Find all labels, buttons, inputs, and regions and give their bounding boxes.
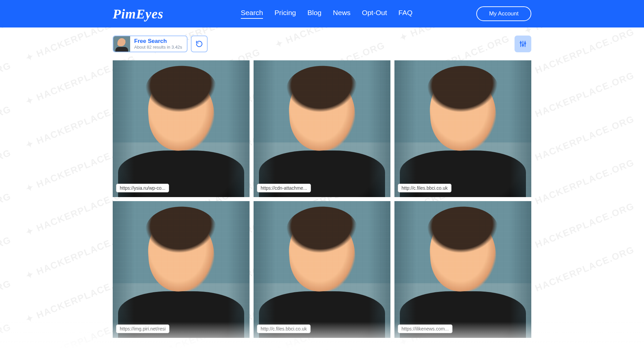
search-chip-subtitle: About 82 results in 3.42s	[134, 45, 182, 50]
result-image	[254, 60, 390, 197]
result-card[interactable]: https://cdn-attachme...	[254, 60, 390, 197]
results-grid: https://ysia.ru/wp-co... https://cdn-att…	[113, 60, 531, 338]
result-url-pill[interactable]: https://img.piri.net/resi	[116, 324, 169, 333]
svg-point-4	[522, 45, 524, 46]
result-card[interactable]: https://img.piri.net/resi	[113, 201, 250, 338]
nav-links: SearchPricingBlogNewsOpt-OutFAQ	[241, 9, 413, 19]
nav-link-search[interactable]: Search	[241, 9, 263, 19]
result-image	[113, 60, 250, 197]
content: Free Search About 82 results in 3.42s	[113, 27, 531, 357]
result-image	[113, 201, 250, 338]
result-url-pill[interactable]: https://ysia.ru/wp-co...	[116, 184, 169, 192]
my-account-button[interactable]: My Account	[476, 6, 531, 21]
reload-button[interactable]	[191, 36, 208, 52]
nav-link-blog[interactable]: Blog	[308, 9, 322, 19]
search-chip[interactable]: Free Search About 82 results in 3.42s	[113, 36, 187, 52]
bottom-prompt-text: Check result below to find desired match…	[252, 348, 392, 357]
result-image	[394, 60, 531, 197]
nav-link-news[interactable]: News	[333, 9, 351, 19]
search-chip-thumbnail	[113, 36, 130, 52]
result-url-pill[interactable]: https://ilikenews.com...	[398, 324, 452, 333]
reload-icon	[196, 40, 203, 48]
result-url-pill[interactable]: https://cdn-attachme...	[257, 184, 311, 192]
result-url-pill[interactable]: http://c.files.bbci.co.uk	[398, 184, 451, 192]
svg-point-3	[520, 42, 522, 44]
result-image	[254, 201, 390, 338]
chevron-down-icon	[398, 348, 405, 357]
result-card[interactable]: http://c.files.bbci.co.uk	[394, 60, 531, 197]
search-chip-title: Free Search	[134, 38, 182, 45]
navbar: PimEyes SearchPricingBlogNewsOpt-OutFAQ …	[0, 0, 644, 27]
brand-logo[interactable]: PimEyes	[113, 6, 163, 22]
nav-link-optout[interactable]: Opt-Out	[362, 9, 387, 19]
brand-text: PimEyes	[113, 6, 163, 22]
result-card[interactable]: http://c.files.bbci.co.uk	[254, 201, 390, 338]
toolbar: Free Search About 82 results in 3.42s	[113, 36, 531, 52]
svg-point-5	[525, 43, 526, 44]
chevron-down-icon	[239, 348, 246, 357]
sliders-icon	[519, 40, 527, 48]
result-card[interactable]: https://ysia.ru/wp-co...	[113, 60, 250, 197]
bottom-prompt: Check result below to find desired match…	[113, 348, 531, 357]
nav-link-faq[interactable]: FAQ	[398, 9, 413, 19]
result-image	[394, 201, 531, 338]
filter-button[interactable]	[515, 36, 531, 52]
nav-link-pricing[interactable]: Pricing	[274, 9, 296, 19]
result-url-pill[interactable]: http://c.files.bbci.co.uk	[257, 324, 311, 333]
result-card[interactable]: https://ilikenews.com...	[394, 201, 531, 338]
